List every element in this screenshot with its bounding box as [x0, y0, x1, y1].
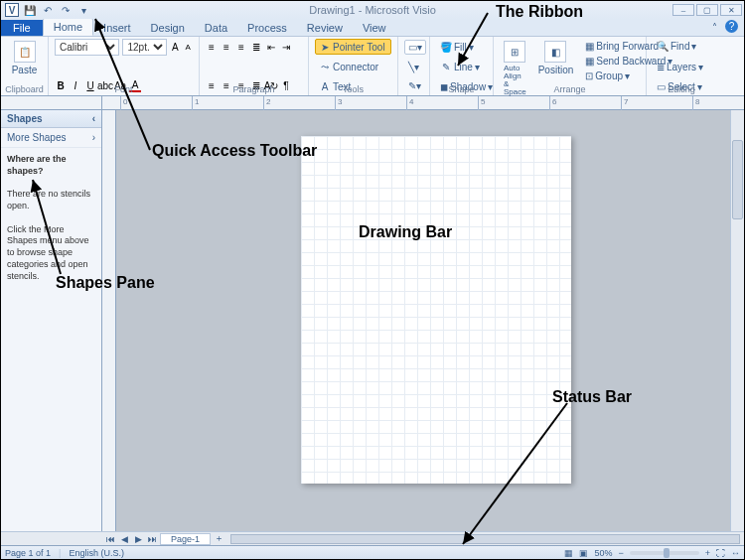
align-mid-icon[interactable]: ≡ — [221, 42, 232, 54]
window-title: Drawing1 - Microsoft Visio — [309, 4, 436, 16]
indent-left-icon[interactable]: ⇤ — [265, 42, 277, 54]
find-button[interactable]: 🔍 Find ▾ — [653, 39, 710, 54]
vertical-scrollbar[interactable] — [730, 110, 744, 531]
tab-design[interactable]: Design — [141, 20, 195, 36]
page-add-button[interactable]: ＋ — [213, 532, 224, 545]
redo-icon[interactable]: ↷ — [59, 3, 73, 17]
group-font: Calibri 12pt. A A B I U abc Aa A Font — [49, 37, 200, 95]
horizontal-scrollbar[interactable] — [230, 534, 740, 544]
group-label: Clipboard — [1, 84, 48, 94]
group-paragraph: ≡ ≡ ≡ ≣ ⇤ ⇥ ≡ ≡ ≡ ≣ A↻ ¶ Paragraph — [200, 37, 309, 95]
grow-font-icon[interactable]: A — [170, 42, 180, 54]
maximize-button[interactable]: ▢ — [696, 4, 718, 16]
qat-more-icon[interactable]: ▾ — [76, 3, 90, 17]
group-tools: ➤Pointer Tool ⤳Connector AText Tools — [309, 37, 398, 95]
group-clipboard: 📋 Paste Clipboard — [1, 37, 49, 95]
app-icon[interactable]: V — [5, 3, 19, 17]
vertical-ruler — [102, 110, 116, 531]
shapes-where-label: Where are the shapes? — [1, 148, 101, 183]
page-nav-last[interactable]: ⏭ — [146, 534, 158, 544]
title-bar: V 💾 ↶ ↷ ▾ Drawing1 - Microsoft Visio – ▢… — [1, 1, 744, 19]
fill-icon: 🪣 — [440, 41, 452, 53]
close-button[interactable]: ✕ — [720, 4, 742, 16]
page-nav-next[interactable]: ▶ — [132, 534, 144, 544]
undo-icon[interactable]: ↶ — [41, 3, 55, 17]
view-fullscreen-icon[interactable]: ▣ — [579, 548, 588, 558]
help-icon[interactable]: ? — [725, 20, 738, 33]
collapse-icon[interactable]: ‹ — [92, 113, 95, 124]
align-bot-icon[interactable]: ≡ — [235, 42, 247, 54]
shapes-hint-label: Click the More Shapes menu above to brow… — [1, 218, 101, 288]
line-icon: ✎ — [440, 61, 452, 72]
paste-icon: 📋 — [14, 41, 36, 63]
indent-right-icon[interactable]: ⇥ — [280, 42, 292, 54]
shrink-font-icon[interactable]: A — [183, 42, 193, 54]
fill-button[interactable]: 🪣Fill ▾ — [436, 39, 487, 55]
chevron-right-icon: › — [92, 132, 95, 143]
paste-button[interactable]: 📋 Paste — [7, 39, 42, 77]
connector-icon: ⤳ — [319, 61, 331, 72]
rectangle-button[interactable]: ▭▾ — [404, 40, 426, 55]
horizontal-ruler: 012345678 — [1, 96, 744, 110]
line-button[interactable]: ✎Line ▾ — [436, 59, 487, 74]
autoalign-icon: ⊞ — [504, 41, 525, 63]
zoom-out-button[interactable]: − — [618, 548, 623, 558]
pointer-tool-button[interactable]: ➤Pointer Tool — [315, 39, 391, 55]
zoom-thumb[interactable] — [664, 548, 670, 558]
line-button-small[interactable]: ╲▾ — [404, 60, 423, 74]
page-tab-bar: ⏮ ◀ ▶ ⏭ Page-1 ＋ — [1, 531, 744, 545]
group-label: Paragraph — [200, 84, 308, 94]
group-label: Editing — [647, 84, 716, 94]
shapes-header[interactable]: Shapes‹ — [1, 110, 101, 128]
group-shape: 🪣Fill ▾ ✎Line ▾ ◼Shadow ▾ Shape — [430, 37, 494, 95]
tab-home[interactable]: Home — [43, 18, 93, 36]
ribbon: 📋 Paste Clipboard Calibri 12pt. A A B I … — [1, 37, 744, 96]
group-quickshapes: ▭▾ ╲▾ ✎▾ — [398, 37, 430, 95]
bullets-icon[interactable]: ≣ — [250, 42, 262, 54]
view-normal-icon[interactable]: ▦ — [564, 548, 573, 558]
group-label: Font — [49, 84, 199, 94]
pointer-icon: ➤ — [319, 41, 331, 53]
grid — [301, 136, 571, 484]
group-editing: 🔍 Find ▾ ≣ Layers ▾ ▭ Select ▾ Editing — [647, 37, 716, 95]
page-tab-1[interactable]: Page-1 — [160, 533, 211, 545]
tab-process[interactable]: Process — [237, 20, 297, 36]
layers-button[interactable]: ≣ Layers ▾ — [653, 60, 710, 74]
tab-view[interactable]: View — [353, 20, 396, 36]
connector-button[interactable]: ⤳Connector — [315, 59, 391, 74]
page-nav-prev[interactable]: ◀ — [118, 534, 130, 544]
shapes-pane: Shapes‹ More Shapes› Where are the shape… — [1, 110, 102, 531]
tab-data[interactable]: Data — [195, 20, 237, 36]
freeform-button[interactable]: ✎▾ — [404, 78, 425, 93]
position-icon: ◧ — [544, 41, 566, 63]
tab-review[interactable]: Review — [297, 20, 353, 36]
zoom-value[interactable]: 50% — [594, 548, 612, 558]
scrollbar-thumb[interactable] — [732, 140, 743, 219]
ribbon-tabs: File Home Insert Design Data Process Rev… — [1, 19, 744, 37]
zoom-in-button[interactable]: + — [705, 548, 710, 558]
tab-insert[interactable]: Insert — [93, 20, 141, 36]
tab-file[interactable]: File — [1, 20, 43, 36]
switch-window-icon[interactable]: ↔ — [731, 548, 740, 558]
group-label: Tools — [309, 84, 397, 94]
more-shapes-button[interactable]: More Shapes› — [1, 128, 101, 148]
group-arrange: ⊞Auto Align & Space ◧Position ▦ Bring Fo… — [494, 37, 647, 95]
drawing-canvas[interactable] — [102, 110, 744, 531]
status-page: Page 1 of 1 — [5, 548, 51, 558]
shapes-nostencils-label: There are no stencils open. — [1, 183, 101, 217]
minimize-button[interactable]: – — [672, 4, 694, 16]
status-bar: Page 1 of 1 | English (U.S.) ▦ ▣ 50% − +… — [1, 545, 744, 559]
status-language[interactable]: English (U.S.) — [69, 548, 124, 558]
minimize-ribbon-icon[interactable]: ˄ — [707, 20, 721, 34]
save-icon[interactable]: 💾 — [23, 3, 37, 17]
drawing-page[interactable] — [301, 136, 571, 484]
group-label: Arrange — [494, 84, 646, 94]
page-nav-first[interactable]: ⏮ — [104, 534, 116, 544]
group-label: Shape — [430, 84, 493, 94]
font-size-select[interactable]: 12pt. — [122, 39, 167, 56]
zoom-slider[interactable] — [630, 551, 699, 555]
font-name-select[interactable]: Calibri — [55, 39, 119, 56]
quick-access-toolbar: V 💾 ↶ ↷ ▾ — [1, 3, 90, 17]
align-top-icon[interactable]: ≡ — [206, 42, 218, 54]
fit-page-icon[interactable]: ⛶ — [716, 548, 725, 558]
